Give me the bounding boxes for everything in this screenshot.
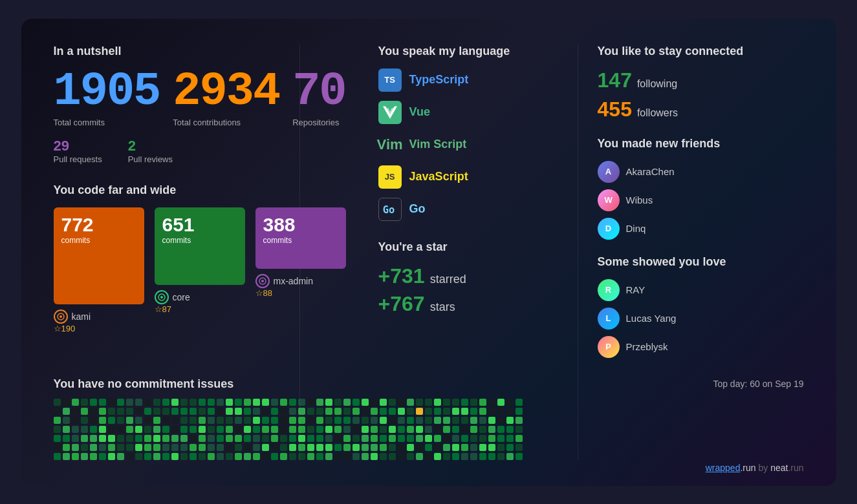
grid-cell xyxy=(217,435,224,442)
repo-icon-2 xyxy=(255,274,270,288)
grid-cell xyxy=(99,435,106,442)
followers-label: followers xyxy=(637,107,678,119)
grid-cell xyxy=(117,426,124,433)
grid-cell xyxy=(316,399,323,406)
grid-col xyxy=(144,399,151,460)
grid-cell xyxy=(343,444,351,451)
grid-cell xyxy=(171,417,179,424)
grid-cell xyxy=(488,444,495,451)
grid-cell xyxy=(371,453,378,460)
grid-cell xyxy=(307,444,314,451)
grid-cell xyxy=(353,417,360,424)
total-commits-label: Total commits xyxy=(54,118,160,127)
grid-cell xyxy=(162,408,169,415)
grid-cell xyxy=(253,435,260,442)
grid-cell xyxy=(244,408,251,415)
grid-cell xyxy=(398,426,405,433)
grid-cell xyxy=(389,426,396,433)
grid-cell xyxy=(262,444,269,451)
grid-cell xyxy=(226,444,233,451)
grid-cell xyxy=(416,444,423,451)
repo-bars: 772 commits kami ☆190 651 commits xyxy=(54,207,346,333)
footer-run2: .run xyxy=(788,463,803,473)
grid-cell xyxy=(443,417,450,424)
grid-cell xyxy=(235,399,242,406)
grid-cell xyxy=(470,444,477,451)
repo-stars-1: ☆87 xyxy=(155,304,171,314)
repos-group: 70 Repositories xyxy=(292,68,345,127)
grid-cell xyxy=(416,408,423,415)
grid-cell xyxy=(90,453,97,460)
grid-cell xyxy=(226,453,233,460)
grid-cell xyxy=(343,408,351,415)
grid-col xyxy=(380,399,387,460)
repo-bar-commits-1: 651 xyxy=(162,215,237,235)
grid-cell xyxy=(144,408,151,415)
total-contributions-label: Total contributions xyxy=(173,118,279,127)
grid-col xyxy=(126,399,133,460)
grid-cell xyxy=(497,426,504,433)
grid-col xyxy=(434,399,441,460)
js-badge: JS xyxy=(378,165,402,189)
grid-col xyxy=(171,399,179,460)
grid-cell xyxy=(190,453,197,460)
friend-avatar-0: A xyxy=(598,161,620,183)
repo-stars-0: ☆190 xyxy=(54,324,76,333)
grid-cell xyxy=(470,426,477,433)
grid-cell xyxy=(63,426,70,433)
grid-cell xyxy=(389,417,396,424)
grid-cell xyxy=(199,444,206,451)
grid-cell xyxy=(54,435,61,442)
friends-title: You made new friends xyxy=(598,137,804,151)
grid-cell xyxy=(452,426,459,433)
grid-cell xyxy=(371,399,378,406)
grid-cell xyxy=(271,399,278,406)
grid-cell xyxy=(506,453,514,460)
grid-cell xyxy=(289,453,296,460)
grid-cell xyxy=(54,408,61,415)
grid-col xyxy=(262,399,269,460)
grid-col xyxy=(162,399,169,460)
repositories-num: 70 xyxy=(292,68,345,115)
grid-cell xyxy=(63,408,70,415)
grid-cell xyxy=(271,453,278,460)
grid-cell xyxy=(316,435,323,442)
love-2: P Przeblysk xyxy=(598,336,804,358)
stars-label: stars xyxy=(430,300,455,314)
grid-cell xyxy=(54,444,61,451)
repo-col-1: 651 commits core ☆87 xyxy=(155,207,245,314)
grid-cell xyxy=(208,435,215,442)
grid-cell xyxy=(135,453,142,460)
grid-cell xyxy=(353,435,360,442)
grid-cell xyxy=(280,408,287,415)
grid-cell xyxy=(343,399,351,406)
grid-col xyxy=(54,399,61,460)
grid-cell xyxy=(162,435,169,442)
grid-cell xyxy=(99,444,106,451)
stars-stat: +767 stars xyxy=(378,292,572,316)
grid-cell xyxy=(235,453,242,460)
footer-wrapped[interactable]: wrapped xyxy=(706,463,741,473)
grid-cell xyxy=(72,399,79,406)
grid-cell xyxy=(334,444,342,451)
grid-cell xyxy=(425,453,432,460)
grid-cell xyxy=(488,453,495,460)
grid-cell xyxy=(271,444,278,451)
grid-cell xyxy=(452,408,459,415)
repo-col-2: 388 commits mx-admin ☆88 xyxy=(255,207,346,298)
grid-cell xyxy=(488,399,495,406)
grid-cell xyxy=(217,417,224,424)
grid-cell xyxy=(461,426,468,433)
grid-cell xyxy=(316,417,323,424)
grid-cell xyxy=(90,426,97,433)
star-section: You're a star +731 starred +767 stars xyxy=(378,240,572,316)
repo-bar-commits-2: 388 xyxy=(263,215,338,235)
grid-cell xyxy=(81,408,88,415)
repo-icon-0 xyxy=(54,310,68,324)
grid-cell xyxy=(371,435,378,442)
grid-cell xyxy=(90,444,97,451)
grid-cell xyxy=(153,399,160,406)
grid-col xyxy=(307,399,314,460)
grid-col xyxy=(325,399,332,460)
grid-cell xyxy=(325,453,332,460)
